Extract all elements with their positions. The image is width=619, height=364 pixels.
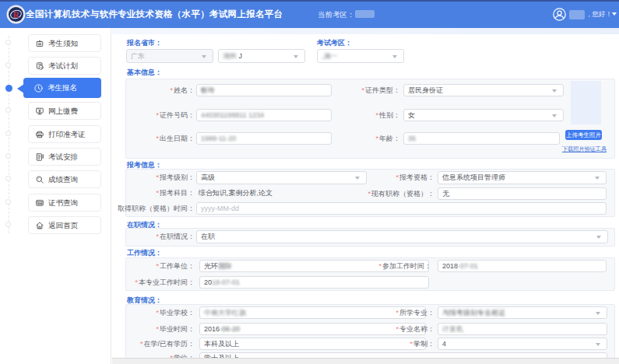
svg-text:R: R [12, 10, 19, 19]
